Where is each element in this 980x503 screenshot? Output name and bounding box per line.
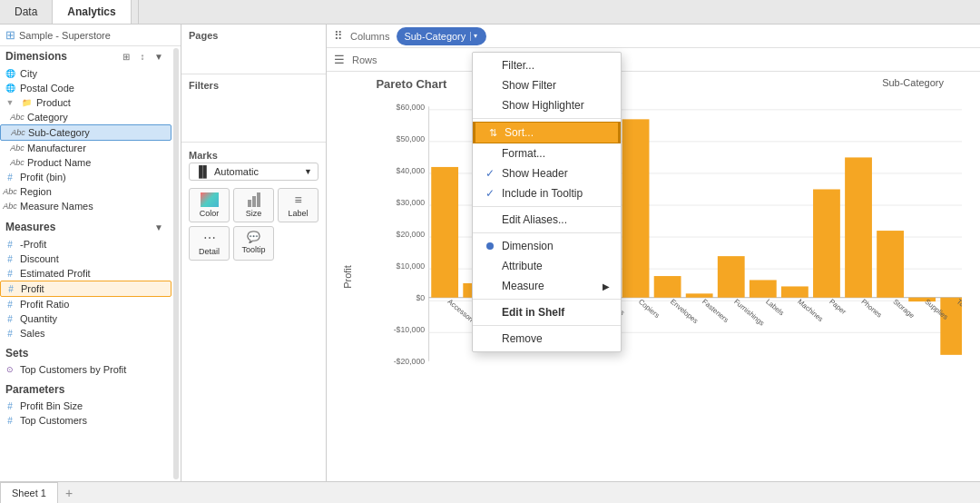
meas-sales-label: Sales [20, 328, 45, 339]
xlabel-paper: Paper [828, 298, 848, 317]
source-label: Sample - Superstore [19, 30, 111, 41]
sidebar-scroll[interactable]: Dimensions ⊞ ↕ ▼ 🌐 City 🌐 [0, 46, 172, 481]
data-source[interactable]: ⊞ Sample - Superstore [0, 25, 181, 46]
set-top-customers[interactable]: ⊙ Top Customers by Profit [0, 362, 172, 377]
bar-storage[interactable] [877, 231, 904, 298]
measures-expand-icon[interactable]: ▼ [152, 220, 166, 234]
tab-data[interactable]: Data [0, 0, 53, 24]
menu-dimension[interactable]: Dimension [473, 236, 621, 256]
dim-region[interactable]: Abc Region [0, 184, 172, 199]
bar-furnishings[interactable] [718, 256, 745, 298]
rows-icon: ☰ [334, 53, 345, 66]
param-profit-bin[interactable]: # Profit Bin Size [0, 399, 172, 413]
columns-label: Columns [347, 31, 393, 42]
mark-tooltip-btn[interactable]: 💬 Tooltip [233, 226, 274, 261]
dim-product-group[interactable]: ▼ 📁 Product [0, 95, 172, 110]
menu-edit-shelf[interactable]: Edit in Shelf [473, 302, 621, 322]
color-swatch [201, 192, 219, 207]
menu-edit-shelf-label: Edit in Shelf [502, 306, 564, 319]
expand-icon[interactable]: ▼ [152, 49, 166, 64]
dim-category[interactable]: Abc Category [0, 110, 172, 124]
meas-quantity[interactable]: # Quantity [0, 311, 172, 326]
dimensions-title: Dimensions [5, 50, 67, 63]
subcategory-pill[interactable]: Sub-Category ▾ [397, 27, 486, 45]
measures-header: Measures ▼ [0, 217, 172, 237]
sheet-tab-1[interactable]: Sheet 1 [0, 482, 58, 503]
rows-label: Rows [348, 54, 381, 65]
sidebar-scrollbar[interactable] [173, 48, 179, 479]
hash-icon-6: # [4, 298, 16, 311]
rows-shelf: ☰ Rows [327, 48, 980, 72]
menu-remove-label: Remove [502, 332, 543, 345]
bar-phones[interactable] [845, 157, 872, 297]
dim-productname[interactable]: Abc Product Name [0, 155, 172, 170]
marks-type-dropdown[interactable]: ▐▌ Automatic ▼ [189, 163, 318, 181]
abc-icon-6: Abc [4, 200, 16, 212]
dim-city[interactable]: 🌐 City [0, 66, 172, 81]
add-sheet-button[interactable]: + [58, 484, 80, 502]
meas-sales[interactable]: # Sales [0, 326, 172, 340]
bar-paper[interactable] [813, 189, 840, 297]
mark-detail-btn[interactable]: ⋯ Detail [189, 226, 230, 261]
xlabel-machines: Machines [796, 298, 825, 324]
meas-discount[interactable]: # Discount [0, 252, 172, 266]
sets-title: Sets [5, 347, 28, 360]
dim-product-label: Product [36, 97, 71, 108]
xlabel-envelopes: Envelopes [669, 298, 700, 326]
bar-copiers[interactable] [622, 119, 650, 297]
menu-edit-aliases-label: Edit Aliases... [502, 213, 567, 226]
bar-fasteners[interactable] [686, 293, 713, 297]
hash-icon-3: # [4, 252, 16, 265]
tab-analytics[interactable]: Analytics [53, 0, 131, 24]
menu-show-header[interactable]: ✓ Show Header [473, 163, 621, 183]
mark-label-label: Label [288, 209, 308, 218]
dimensions-header: Dimensions ⊞ ↕ ▼ [0, 46, 172, 66]
mark-label-btn[interactable]: ≡ Label [278, 188, 318, 222]
dim-measurenames[interactable]: Abc Measure Names [0, 199, 172, 213]
meas-neg-profit[interactable]: # -Profit [0, 237, 172, 252]
meas-profit-ratio[interactable]: # Profit Ratio [0, 297, 172, 311]
menu-show-highlighter-label: Show Highlighter [502, 99, 584, 112]
menu-show-highlighter[interactable]: Show Highlighter [473, 95, 621, 115]
meas-profit[interactable]: # Profit [0, 281, 172, 297]
menu-sort[interactable]: ⇅ Sort... [473, 122, 621, 143]
param-top-customers[interactable]: # Top Customers [0, 413, 172, 428]
dim-subcategory[interactable]: Abc Sub-Category [0, 124, 172, 141]
chart-container: Pareto Chart Sub-Category Profit $60,000… [327, 72, 980, 481]
columns-shelf: ⠿ Columns Sub-Category ▾ [327, 25, 980, 48]
bar-machines[interactable] [781, 286, 808, 297]
dim-postal[interactable]: 🌐 Postal Code [0, 81, 172, 95]
dropdown-arrow: ▼ [304, 167, 312, 176]
menu-show-filter[interactable]: Show Filter [473, 75, 621, 95]
menu-edit-aliases[interactable]: Edit Aliases... [473, 210, 621, 230]
bar-accessories[interactable] [431, 167, 458, 298]
dim-manufacturer[interactable]: Abc Manufacturer [0, 141, 172, 155]
menu-format[interactable]: Format... [473, 143, 621, 163]
dim-measurenames-label: Measure Names [20, 201, 93, 212]
marks-title: Marks [189, 148, 318, 163]
pages-content [189, 43, 318, 70]
bar-envelopes[interactable] [654, 276, 681, 298]
pill-dropdown-arrow[interactable]: ▾ [470, 32, 479, 41]
dim-profitbin[interactable]: # Profit (bin) [0, 170, 172, 184]
menu-measure[interactable]: Measure ▶ [473, 276, 621, 296]
menu-attribute[interactable]: Attribute [473, 256, 621, 276]
dim-region-label: Region [20, 186, 52, 197]
grid-icon[interactable]: ⊞ [119, 49, 133, 64]
sheet-tab-label: Sheet 1 [12, 488, 46, 498]
menu-dot-dimension [484, 242, 496, 250]
menu-remove[interactable]: Remove [473, 329, 621, 349]
meas-est-profit[interactable]: # Estimated Profit [0, 266, 172, 281]
menu-include-tooltip[interactable]: ✓ Include in Tooltip [473, 183, 621, 203]
menu-filter[interactable]: Filter... [473, 55, 621, 75]
dim-profitbin-label: Profit (bin) [20, 172, 66, 182]
mark-color-btn[interactable]: Color [189, 188, 230, 222]
mark-size-btn[interactable]: Size [233, 188, 274, 222]
sort-icon[interactable]: ↕ [135, 49, 150, 64]
svg-text:-$10,000: -$10,000 [394, 325, 426, 334]
bar-labels[interactable] [750, 280, 777, 297]
svg-text:$0: $0 [416, 293, 425, 302]
menu-attribute-label: Attribute [502, 260, 543, 272]
menu-check-tooltip: ✓ [484, 187, 496, 200]
marks-dropdown-label: Automatic [214, 166, 259, 177]
